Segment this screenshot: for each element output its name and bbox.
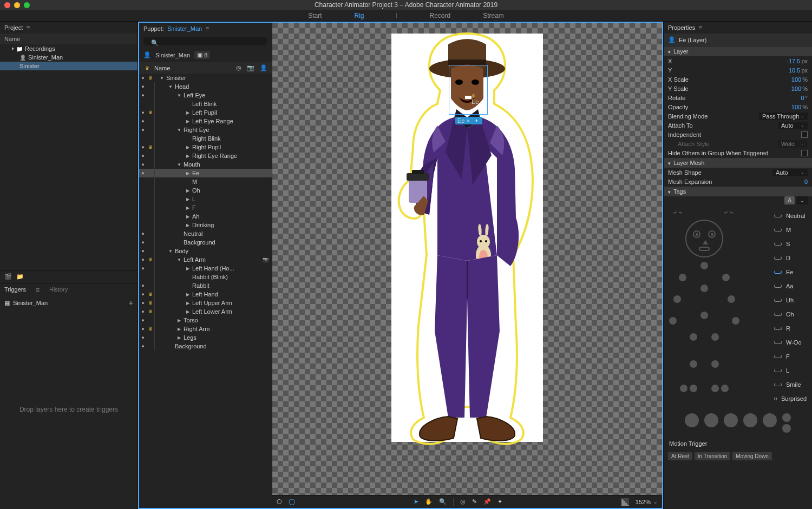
prop-xscale-value[interactable]: 100 xyxy=(791,76,801,83)
layer-mesh-section-header[interactable]: Layer Mesh xyxy=(664,157,812,168)
motion-pill-in-transition[interactable]: In Transition xyxy=(695,452,730,460)
disclosure-icon[interactable]: ▶ xyxy=(177,335,181,340)
tags-toggle-a[interactable]: A xyxy=(784,196,795,204)
add-trigger-button[interactable]: + xyxy=(129,299,133,307)
viseme-ee[interactable]: Ee xyxy=(774,265,807,279)
layer-row[interactable]: ●▶Left Eye Range xyxy=(139,117,272,125)
joint-icon[interactable] xyxy=(690,333,697,341)
crown-icon[interactable]: ♛ xyxy=(147,292,154,297)
expression-icon[interactable] xyxy=(763,413,777,427)
visibility-icon[interactable]: ● xyxy=(139,292,147,297)
disclosure-icon[interactable]: ▼ xyxy=(177,257,181,262)
visibility-icon[interactable]: ● xyxy=(139,118,147,124)
prop-yscale-value[interactable]: 100 xyxy=(791,85,801,92)
layer-row[interactable]: Rabbit (Blink) xyxy=(139,273,272,281)
layer-row[interactable]: ●♛▶Left Lower Arm xyxy=(139,307,272,316)
viseme-oh[interactable]: Oh xyxy=(774,307,807,321)
maximize-window-button[interactable] xyxy=(24,2,30,8)
disclosure-icon[interactable]: ▼ xyxy=(160,76,164,81)
joint-icon[interactable] xyxy=(669,317,677,325)
independent-checkbox[interactable] xyxy=(801,131,808,138)
viseme-m[interactable]: M xyxy=(774,223,807,237)
triggers-tab[interactable]: Triggers xyxy=(4,286,26,294)
crown-icon[interactable]: ♛ xyxy=(147,75,154,81)
layer-row[interactable]: ●♛▶Left Upper Arm xyxy=(139,299,272,307)
zoom-tool-icon[interactable]: 🔍 xyxy=(439,498,447,505)
visibility-icon[interactable]: ● xyxy=(139,240,147,245)
prop-x-value[interactable]: -17.5 xyxy=(787,58,800,64)
layer-row[interactable]: ●♛▶Left Pupil xyxy=(139,108,272,117)
visibility-icon[interactable]: ● xyxy=(139,309,147,314)
layer-row[interactable]: ●▼Left Eye xyxy=(139,91,272,100)
history-tab[interactable]: History xyxy=(49,286,68,294)
layer-row[interactable]: ▶L xyxy=(139,195,272,203)
disclosure-icon[interactable]: ▶ xyxy=(186,309,190,314)
neck-joint-icon[interactable] xyxy=(700,262,708,269)
disclosure-icon[interactable]: ▶ xyxy=(186,266,190,271)
disclosure-icon[interactable] xyxy=(12,47,14,50)
outline-icon[interactable]: ◯ xyxy=(289,498,295,505)
layer-row[interactable]: ●▶Right Eye Range xyxy=(139,151,272,160)
close-window-button[interactable] xyxy=(4,2,10,8)
target-icon[interactable]: ◎ xyxy=(236,64,241,71)
project-panel-menu-icon[interactable]: ≡ xyxy=(26,24,30,31)
camera-icon[interactable]: 📷 xyxy=(263,257,269,262)
layer-search-input[interactable] xyxy=(143,37,267,45)
layer-row[interactable]: ●▼Right Eye xyxy=(139,125,272,134)
layer-row[interactable]: ●Background xyxy=(139,342,272,351)
motion-pill-at-rest[interactable]: At Rest xyxy=(668,452,692,460)
viseme-f[interactable]: F xyxy=(774,349,807,363)
layer-row[interactable]: ●♛▶Left Hand xyxy=(139,290,272,299)
visibility-icon[interactable]: ● xyxy=(139,300,147,306)
disclosure-icon[interactable]: ▶ xyxy=(186,171,190,176)
triggers-menu-icon[interactable]: ≡ xyxy=(36,286,40,294)
stick-tool-icon[interactable]: ✎ xyxy=(472,498,477,505)
disclosure-icon[interactable]: ▶ xyxy=(186,119,190,124)
visibility-icon[interactable]: ● xyxy=(139,127,147,133)
layer-row[interactable]: ●▼Body xyxy=(139,247,272,255)
visibility-icon[interactable]: ● xyxy=(139,110,147,115)
disclosure-icon[interactable]: ▶ xyxy=(177,327,181,332)
crown-icon[interactable]: ♛ xyxy=(147,257,154,262)
crown-icon[interactable]: ♛ xyxy=(147,309,154,314)
visibility-icon[interactable]: ● xyxy=(139,75,147,81)
visibility-icon[interactable]: ● xyxy=(139,343,147,349)
joint-icon[interactable] xyxy=(722,274,730,281)
left-eye-tag-icon[interactable] xyxy=(693,230,700,238)
right-brow-icon[interactable] xyxy=(724,212,733,214)
layer-row[interactable]: ●Neutral xyxy=(139,229,272,238)
tab-record[interactable]: Record xyxy=(429,12,450,19)
layer-row[interactable]: ●♛▶Right Arm xyxy=(139,325,272,333)
disclosure-icon[interactable]: ▶ xyxy=(186,188,190,193)
mesh-icon[interactable]: ⬡ xyxy=(277,498,282,505)
layer-row[interactable]: ●▼Mouth xyxy=(139,160,272,169)
joint-icon[interactable] xyxy=(728,295,735,303)
disclosure-icon[interactable]: ▶ xyxy=(186,223,190,228)
dangle-tool-icon[interactable]: ✦ xyxy=(497,498,502,505)
layer-row[interactable]: ●Background xyxy=(139,238,272,247)
viseme-r[interactable]: R xyxy=(774,321,807,335)
puppet-menu-icon[interactable]: ≡ xyxy=(205,25,209,32)
remove-tag-icon[interactable]: × xyxy=(466,117,469,124)
crown-icon[interactable]: ♛ xyxy=(147,300,154,306)
viseme-aa[interactable]: Aa xyxy=(774,279,807,293)
folder-new-icon[interactable]: 📁 xyxy=(16,273,24,280)
handle-tool-icon[interactable]: ◎ xyxy=(460,498,466,505)
disclosure-icon[interactable]: ▶ xyxy=(186,154,190,158)
joint-icon[interactable] xyxy=(711,385,719,392)
visibility-icon[interactable]: ● xyxy=(139,144,147,150)
visibility-icon[interactable]: ● xyxy=(139,248,147,254)
joint-icon[interactable] xyxy=(732,317,739,325)
project-item-sinister[interactable]: Sinister xyxy=(0,62,137,70)
canvas[interactable]: ⊕Ee Ee × + xyxy=(272,23,662,495)
layer-row[interactable]: Left Blink xyxy=(139,100,272,108)
disclosure-icon[interactable]: ▶ xyxy=(186,206,190,210)
face-tag-icon[interactable] xyxy=(685,220,723,257)
joint-icon[interactable] xyxy=(673,295,681,303)
add-tag-icon[interactable]: + xyxy=(473,117,480,124)
viseme-smile[interactable]: Smile xyxy=(774,378,807,392)
joint-icon[interactable] xyxy=(679,274,686,281)
joint-icon[interactable] xyxy=(721,385,729,392)
minimize-window-button[interactable] xyxy=(14,2,20,8)
joint-icon[interactable] xyxy=(690,360,697,368)
